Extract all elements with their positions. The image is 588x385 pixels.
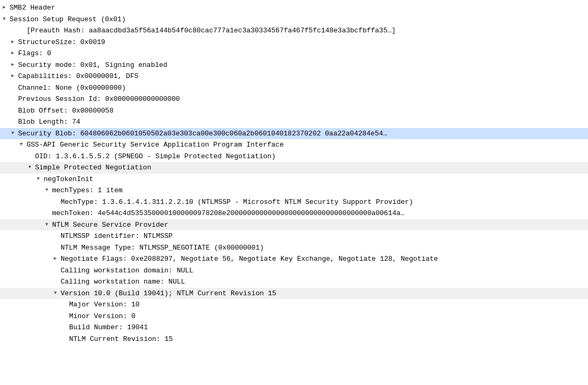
tree-row-blob-length[interactable]: Blob Length: 74 <box>0 116 588 128</box>
expander-icon <box>51 243 60 252</box>
tree-row-security-blob[interactable]: Security Blob: 604806062b0601050502a03e3… <box>0 128 588 140</box>
tree-row-mech-types[interactable]: mechTypes: 1 item <box>0 185 588 196</box>
tree-row-ntlm-secure[interactable]: NTLM Secure Service Provider <box>0 219 588 231</box>
row-text: GSS-API Generic Security Service Applica… <box>26 140 284 150</box>
tree-row-major-version[interactable]: Major Version: 10 <box>0 299 588 311</box>
expander-icon <box>51 266 60 275</box>
row-text: MechType: 1.3.6.1.4.1.311.2.2.10 (NTLMSS… <box>60 197 413 208</box>
expander-icon[interactable] <box>43 186 51 195</box>
expander-icon[interactable] <box>9 49 17 58</box>
row-text: mechToken: 4e544c4d535350000100000097820… <box>51 208 405 219</box>
expander-icon[interactable] <box>43 220 51 229</box>
expander-icon <box>60 323 68 332</box>
row-text: Calling workstation name: NULL <box>60 277 185 287</box>
expander-icon[interactable] <box>34 175 43 183</box>
expander-icon <box>17 27 26 35</box>
tree-row-neg-token-init[interactable]: negTokenInit <box>0 174 588 185</box>
tree-row-session-setup-request[interactable]: Session Setup Request (0x01) <box>0 14 588 25</box>
tree-row-minor-version[interactable]: Minor Version: 0 <box>0 311 588 322</box>
expander-icon[interactable] <box>9 38 17 46</box>
row-text: negTokenInit <box>43 174 94 185</box>
expander-icon[interactable] <box>0 15 9 23</box>
expander-icon[interactable] <box>0 4 9 12</box>
row-text: Build Number: 19041 <box>68 322 148 333</box>
tree-row-mech-token[interactable]: mechToken: 4e544c4d535350000100000097820… <box>0 208 588 219</box>
row-text: Channel: None (0x00000000) <box>17 83 126 93</box>
expander-icon[interactable] <box>9 72 17 81</box>
row-text: Security mode: 0x01, Signing enabled <box>17 60 167 71</box>
expander-icon <box>9 83 17 92</box>
expander-icon[interactable] <box>51 255 60 263</box>
tree-row-version[interactable]: Version 10.0 (Build 19041); NTLM Current… <box>0 288 588 300</box>
tree-row-ntlm-current-revision[interactable]: NTLM Current Revision: 15 <box>0 333 588 345</box>
tree-row-flags[interactable]: Flags: 0 <box>0 48 588 59</box>
row-text: Minor Version: 0 <box>68 311 136 322</box>
expander-icon <box>51 198 60 206</box>
expander-icon <box>60 335 68 343</box>
expander-icon <box>9 106 17 115</box>
expander-icon[interactable] <box>26 164 34 172</box>
row-text: SMB2 Header <box>9 3 55 13</box>
row-text: NTLM Secure Service Provider <box>51 220 168 230</box>
row-text: NTLMSSP identifier: NTLMSSP <box>60 231 173 242</box>
row-text: Capabilities: 0x00000001, DFS <box>17 71 138 82</box>
tree-row-preauth-hash[interactable]: [Preauth Hash: aa8aacdbd3a5f56a144b54f0c… <box>0 25 588 37</box>
row-text: NTLM Current Revision: 15 <box>68 334 173 345</box>
row-text: NTLM Message Type: NTLMSSP_NEGOTIATE (0x… <box>60 243 264 253</box>
expander-icon <box>9 118 17 126</box>
row-text: Security Blob: 604806062b0601050502a03e3… <box>17 129 387 139</box>
tree-row-blob-offset[interactable]: Blob Offset: 0x00000058 <box>0 105 588 117</box>
tree-row-gss-api[interactable]: GSS-API Generic Security Service Applica… <box>0 139 588 151</box>
tree-row-negotiate-flags[interactable]: Negotiate Flags: 0xe2088297, Negotiate 5… <box>0 253 588 265</box>
row-text: Negotiate Flags: 0xe2088297, Negotiate 5… <box>60 254 438 264</box>
tree-row-smb2-header[interactable]: SMB2 Header <box>0 2 588 14</box>
tree-row-calling-workstation-domain[interactable]: Calling workstation domain: NULL <box>0 265 588 277</box>
row-text: OID: 1.3.6.1.5.5.2 (SPNEGO - Simple Prot… <box>34 151 275 162</box>
row-text: Major Version: 10 <box>68 300 140 310</box>
row-text: mechTypes: 1 item <box>51 185 123 196</box>
tree-row-simple-protected[interactable]: Simple Protected Negotiation <box>0 162 588 174</box>
expander-icon <box>43 209 51 218</box>
tree-row-calling-workstation-name[interactable]: Calling workstation name: NULL <box>0 276 588 288</box>
row-text: Session Setup Request (0x01) <box>9 14 125 25</box>
row-text: Simple Protected Negotiation <box>34 162 151 173</box>
expander-icon <box>9 95 17 104</box>
tree-row-capabilities[interactable]: Capabilities: 0x00000001, DFS <box>0 71 588 82</box>
tree-row-channel[interactable]: Channel: None (0x00000000) <box>0 82 588 94</box>
expander-icon <box>60 301 68 309</box>
tree-row-structure-size[interactable]: StructureSize: 0x0019 <box>0 37 588 48</box>
row-text: StructureSize: 0x0019 <box>17 37 105 48</box>
tree-row-ntlmssp-id[interactable]: NTLMSSP identifier: NTLMSSP <box>0 230 588 242</box>
row-text: Flags: 0 <box>17 48 51 59</box>
expander-icon[interactable] <box>51 289 60 297</box>
row-text: Version 10.0 (Build 19041); NTLM Current… <box>60 288 276 299</box>
packet-tree: SMB2 HeaderSession Setup Request (0x01)[… <box>0 0 588 347</box>
tree-row-ntlm-message-type[interactable]: NTLM Message Type: NTLMSSP_NEGOTIATE (0x… <box>0 242 588 254</box>
tree-row-build-number[interactable]: Build Number: 19041 <box>0 322 588 333</box>
expander-icon[interactable] <box>17 141 26 149</box>
row-text: Previous Session Id: 0x0000000000000000 <box>17 94 180 105</box>
tree-row-mech-type[interactable]: MechType: 1.3.6.1.4.1.311.2.2.10 (NTLMSS… <box>0 196 588 208</box>
row-text: Blob Length: 74 <box>17 117 80 127</box>
row-text: [Preauth Hash: aa8aacdbd3a5f56a144b54f0c… <box>26 25 396 36</box>
expander-icon <box>51 232 60 241</box>
expander-icon <box>26 152 34 160</box>
tree-row-oid[interactable]: OID: 1.3.6.1.5.5.2 (SPNEGO - Simple Prot… <box>0 151 588 162</box>
expander-icon <box>51 278 60 286</box>
expander-icon[interactable] <box>9 129 17 138</box>
row-text: Calling workstation domain: NULL <box>60 266 194 276</box>
expander-icon <box>60 312 68 320</box>
tree-row-security-mode[interactable]: Security mode: 0x01, Signing enabled <box>0 59 588 71</box>
expander-icon[interactable] <box>9 61 17 69</box>
tree-row-previous-session-id[interactable]: Previous Session Id: 0x0000000000000000 <box>0 93 588 105</box>
row-text: Blob Offset: 0x00000058 <box>17 106 113 116</box>
